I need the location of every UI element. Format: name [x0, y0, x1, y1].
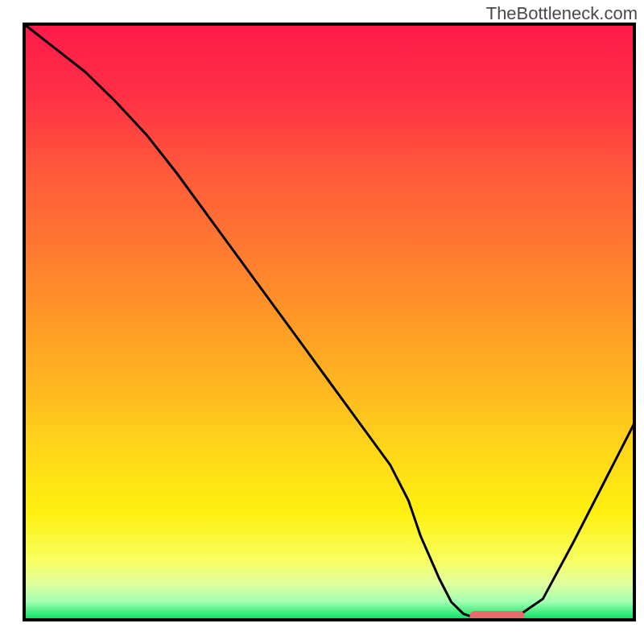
- plot-area: [24, 24, 634, 621]
- chart-svg: [0, 0, 644, 644]
- chart-container: TheBottleneck.com: [0, 0, 644, 644]
- gradient-background: [24, 24, 634, 620]
- watermark-text: TheBottleneck.com: [486, 3, 638, 24]
